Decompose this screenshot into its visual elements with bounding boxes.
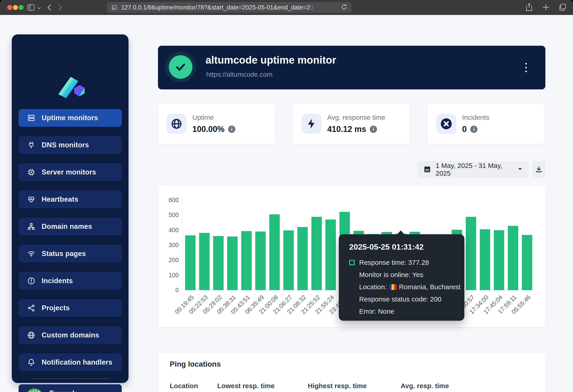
bar[interactable] [494,230,504,290]
url-faded-text: 0 [310,4,313,11]
wifi-icon [27,249,36,258]
status-ok-icon [169,55,192,79]
bar[interactable] [185,235,196,290]
bar[interactable] [213,236,224,290]
bell-icon [27,358,36,367]
page-settings-icon[interactable] [111,4,118,12]
page-title: altumcode uptime monitor [205,54,336,66]
browser-window: 127.0.0.1/66uptime/monitor/78?&start_dat… [0,0,573,392]
y-axis-tick-label: 300 [158,242,179,249]
avatar [26,388,43,392]
sidebar-item-server-monitors[interactable]: Server monitors [18,163,122,181]
bar[interactable] [269,214,280,290]
y-axis-tick-label: 0 [158,287,179,294]
monitor-header-card [158,46,545,89]
sidebar-toggle-icon[interactable] [27,3,35,13]
calendar-icon [423,165,431,174]
bar[interactable] [297,227,308,290]
sidebar-item-heartbeats[interactable]: Heartbeats [18,191,122,208]
sidebar-item-label: Projects [42,304,70,312]
response-time-stat-card: Avg. response time 410.12 ms i [293,104,410,144]
bar[interactable] [241,231,252,290]
sidebar-item-label: Notification handlers [42,358,112,366]
address-bar[interactable]: 127.0.0.1/66uptime/monitor/78?&start_dat… [107,2,351,13]
sitemap-icon [27,222,36,231]
info-icon[interactable]: i [228,125,235,133]
y-axis-tick-label: 600 [158,197,179,204]
sidebar-item-projects[interactable]: Projects [18,299,122,317]
sidebar-item-label: Domain names [42,222,92,231]
more-options-button[interactable] [520,57,531,78]
sidebar-item-label: Server monitors [42,168,96,176]
tooltip-arrow [397,231,404,234]
monitor-url: https://altumcode.com [206,71,272,78]
ping-column-header: Avg. resp. time [401,382,523,390]
download-report-button[interactable] [532,161,545,178]
info-icon[interactable]: i [370,125,377,133]
tab-overview-icon[interactable] [558,3,567,13]
ping-column-header: Lowest resp. time [217,382,308,390]
url-text: 127.0.0.1/66uptime/monitor/78?&start_dat… [121,4,340,11]
bar[interactable] [325,219,336,290]
bar[interactable] [508,226,518,290]
bar[interactable] [255,232,266,290]
sidebar-item-domain-names[interactable]: Domain names [18,218,122,235]
bar[interactable] [199,233,210,290]
minimize-window-button[interactable] [13,5,18,10]
sidebar-item-notification-handlers[interactable]: Notification handlers [18,354,122,371]
incidents-stat-card: Incidents 0 i [428,104,544,144]
ping-column-header: Location [170,382,217,390]
y-axis-tick-label: 100 [158,272,179,279]
stat-label: Avg. response time [327,114,385,121]
stat-label: Incidents [462,114,489,121]
series-legend-swatch [349,260,355,265]
date-range-selector[interactable]: 1 May, 2025 - 31 May, 2025 [417,161,529,178]
ping-table-header-row: LocationLowest resp. timeHighest resp. t… [170,382,523,390]
ping-column-header: Highest resp. time [308,382,401,390]
sidebar: Uptime monitorsDNS monitorsServer monito… [12,35,128,383]
share-icon[interactable] [525,3,534,13]
globe-icon [27,331,36,339]
stat-label: Uptime [192,114,214,121]
info-icon[interactable]: i [470,125,478,133]
bar[interactable] [480,229,490,290]
chevron-down-icon[interactable] [37,5,42,11]
globe-icon [167,114,186,134]
sidebar-item-status-pages[interactable]: Status pages [18,245,122,263]
bar[interactable] [522,235,532,290]
y-axis-tick-label: 200 [158,257,179,264]
sidebar-item-incidents[interactable]: Incidents [18,272,122,290]
tooltip-row: Response time: 377.28 [349,256,464,269]
date-range-label: 1 May, 2025 - 31 May, 2025 [436,162,513,177]
ping-locations-title: Ping locations [170,360,221,369]
caret-down-icon [517,166,523,173]
back-button[interactable] [45,2,55,13]
tooltip-timestamp: 2025-05-25 01:31:42 [349,242,464,251]
sidebar-item-label: Uptime monitors [42,114,98,122]
new-tab-icon[interactable] [541,3,550,13]
stat-value: 410.12 ms [327,125,366,134]
plug-icon [27,141,36,149]
stat-value: 0 [462,125,467,134]
x-circle-icon [436,114,456,134]
chart-tooltip: 2025-05-25 01:31:42 Response time: 377.2… [339,234,464,321]
zoom-window-button[interactable] [18,5,23,10]
sidebar-item-dns-monitors[interactable]: DNS monitors [18,136,122,154]
forward-button[interactable] [55,2,65,13]
reload-icon[interactable] [340,3,348,12]
sidebar-item-custom-domains[interactable]: Custom domains [18,326,122,344]
bar[interactable] [311,217,322,290]
bar[interactable] [466,217,476,290]
uptime-stat-card: Uptime 100.00% i [158,104,275,144]
sidebar-item-uptime-monitors[interactable]: Uptime monitors [18,109,122,127]
bar[interactable] [227,236,238,290]
stat-value: 100.00% [192,125,225,134]
close-window-button[interactable] [7,5,12,10]
profile-name: Example [49,389,112,392]
bar[interactable] [283,231,294,290]
alert-circle-icon [27,277,36,285]
profile-item[interactable]: Example sample@example.com [18,384,122,392]
cpu-icon [27,168,36,177]
tooltip-row: Error: None [349,305,464,318]
y-axis-tick-label: 400 [158,227,179,233]
